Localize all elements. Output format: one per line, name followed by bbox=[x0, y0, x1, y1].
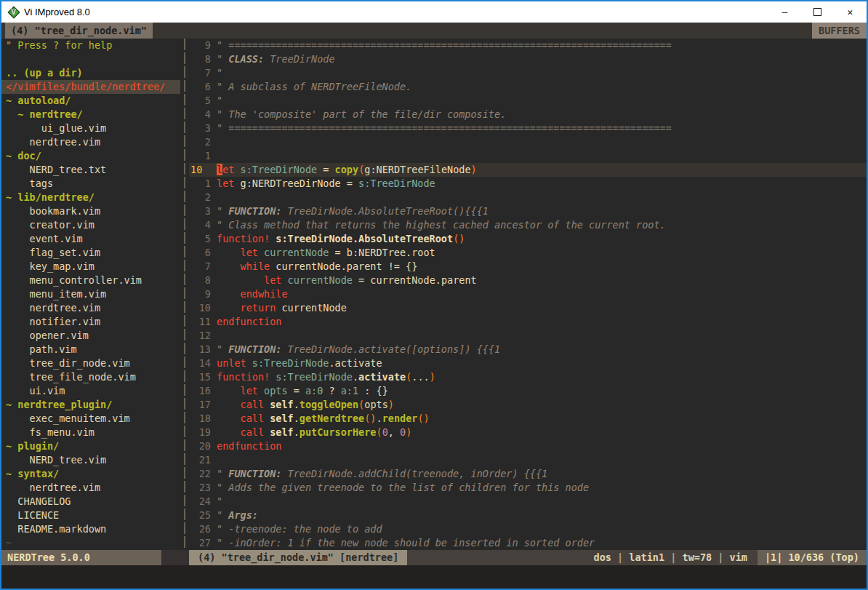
nerdtree-file[interactable]: ui.vim bbox=[1, 384, 180, 398]
code-text: " FUNCTION: TreeDirNode.addChild(treenod… bbox=[211, 467, 547, 481]
line-number: 5 bbox=[189, 94, 211, 108]
nerdtree-file[interactable]: tree_dir_node.vim bbox=[1, 356, 180, 370]
window-separator[interactable] bbox=[180, 39, 189, 550]
code-line[interactable]: 4" Class method that returns the highest… bbox=[189, 218, 867, 232]
line-number: 20 bbox=[189, 439, 211, 453]
line-number: 15 bbox=[189, 370, 211, 384]
code-text: " The 'composite' part of the file/dir c… bbox=[211, 108, 506, 121]
nerdtree-sidebar: " Press ? for help .. (up a dir)</vimfil… bbox=[1, 39, 180, 550]
buffer-statusline[interactable]: (4) "tree_dir_node.vim" [nerdtree] bbox=[189, 550, 407, 565]
code-line[interactable]: 9 endwhile bbox=[189, 287, 867, 301]
code-line[interactable]: 7 while currentNode.parent != {} bbox=[189, 260, 867, 274]
code-line[interactable]: 10 return currentNode bbox=[189, 301, 867, 315]
nerdtree-file[interactable]: flag_set.vim bbox=[1, 246, 180, 260]
code-line[interactable]: 5" bbox=[189, 94, 867, 108]
code-line[interactable]: 11endfunction bbox=[189, 315, 867, 329]
nerdtree-file[interactable]: creator.vim bbox=[1, 218, 180, 232]
file-info: dos | latin1 | tw=78 | vim bbox=[594, 550, 758, 565]
editor-pane: 9" =====================================… bbox=[189, 39, 867, 550]
code-line[interactable]: 19 call self.putCursorHere(0, 0) bbox=[189, 426, 867, 439]
maximize-button[interactable] bbox=[801, 1, 834, 23]
code-line[interactable]: 7" bbox=[189, 66, 867, 80]
nerdtree-file[interactable]: nerdtree.vim bbox=[1, 135, 180, 149]
code-line[interactable]: 1 bbox=[189, 149, 867, 163]
nerdtree-file[interactable]: README.markdown bbox=[1, 522, 180, 536]
vim-icon: V bbox=[8, 7, 19, 17]
line-number: 21 bbox=[189, 453, 211, 467]
nerdtree-file[interactable]: CHANGELOG bbox=[1, 495, 180, 509]
nerdtree-dir[interactable]: ~ lib/nerdtree/ bbox=[1, 191, 180, 204]
nerdtree-root[interactable]: </vimfiles/bundle/nerdtree/ bbox=[1, 80, 180, 94]
code-line[interactable]: 27" -inOrder: 1 if the new node should b… bbox=[189, 536, 867, 550]
main-area: " Press ? for help .. (up a dir)</vimfil… bbox=[1, 39, 867, 550]
code-line[interactable]: 6" A subclass of NERDTreeFileNode. bbox=[189, 80, 867, 94]
code-text: call self.toggleOpen(opts) bbox=[211, 398, 394, 412]
nerdtree-dir[interactable]: ~ syntax/ bbox=[1, 467, 180, 481]
code-line[interactable]: 20endfunction bbox=[189, 439, 867, 453]
code-line[interactable]: 15function! s:TreeDirNode.activate(...) bbox=[189, 370, 867, 384]
code-line[interactable]: 3" =====================================… bbox=[189, 121, 867, 135]
code-line[interactable]: 1let g:NERDTreeDirNode = s:TreeDirNode bbox=[189, 177, 867, 191]
code-line[interactable]: 22" FUNCTION: TreeDirNode.addChild(treen… bbox=[189, 467, 867, 481]
nerdtree-dir[interactable]: ~ doc/ bbox=[1, 149, 180, 163]
nerdtree-file[interactable]: NERD_tree.vim bbox=[1, 453, 180, 467]
nerdtree-file[interactable]: notifier.vim bbox=[1, 315, 180, 329]
code-line[interactable]: 18 call self.getNerdtree().render() bbox=[189, 412, 867, 426]
statusline-gap bbox=[161, 550, 189, 565]
code-line[interactable]: 17 call self.toggleOpen(opts) bbox=[189, 398, 867, 412]
nerdtree-file[interactable]: path.vim bbox=[1, 343, 180, 356]
code-line-current[interactable]: 10let s:TreeDirNode = copy(g:NERDTreeFil… bbox=[189, 163, 867, 177]
code-line[interactable]: 24" bbox=[189, 495, 867, 509]
code-line[interactable]: 2 bbox=[189, 135, 867, 149]
code-line[interactable]: 9" =====================================… bbox=[189, 39, 867, 52]
tab-tree-dir-node[interactable]: (4) "tree_dir_node.vim" bbox=[5, 23, 153, 39]
nerdtree-file[interactable]: bookmark.vim bbox=[1, 204, 180, 218]
nerdtree-file[interactable]: nerdtree.vim bbox=[1, 481, 180, 495]
tabline-fill bbox=[153, 23, 812, 39]
nerdtree-statusline[interactable]: NERDTree 5.0.0 bbox=[1, 550, 161, 565]
code-line[interactable]: 13" FUNCTION: TreeDirNode.activate([opti… bbox=[189, 343, 867, 356]
code-line[interactable]: 21 bbox=[189, 453, 867, 467]
code-line[interactable]: 6 let currentNode = b:NERDTree.root bbox=[189, 246, 867, 260]
nerdtree-dir[interactable]: ~ autoload/ bbox=[1, 94, 180, 108]
nerdtree-file[interactable]: menu_controller.vim bbox=[1, 274, 180, 287]
code-text: " ======================================… bbox=[211, 121, 672, 135]
code-line[interactable]: 4" The 'composite' part of the file/dir … bbox=[189, 108, 867, 121]
line-number: 25 bbox=[189, 509, 211, 522]
nerdtree-dir[interactable]: ~ plugin/ bbox=[1, 439, 180, 453]
code-line[interactable]: 2 bbox=[189, 191, 867, 204]
nerdtree-dir[interactable]: ~ nerdtree_plugin/ bbox=[1, 398, 180, 412]
code-line[interactable]: 14unlet s:TreeDirNode.activate bbox=[189, 356, 867, 370]
code-line[interactable]: 12 bbox=[189, 329, 867, 343]
code-line[interactable]: 26" -treenode: the node to add bbox=[189, 522, 867, 536]
line-number: 14 bbox=[189, 356, 211, 370]
nerdtree-dir[interactable]: ~ nerdtree/ bbox=[1, 108, 180, 121]
code-line[interactable]: 16 let opts = a:0 ? a:1 : {} bbox=[189, 384, 867, 398]
code-line[interactable]: 5function! s:TreeDirNode.AbsoluteTreeRoo… bbox=[189, 232, 867, 246]
nerdtree-file[interactable]: LICENCE bbox=[1, 509, 180, 522]
nerdtree-file[interactable]: opener.vim bbox=[1, 329, 180, 343]
line-number: 1 bbox=[189, 177, 211, 191]
nerdtree-file[interactable]: menu_item.vim bbox=[1, 287, 180, 301]
code-line[interactable]: 3" FUNCTION: TreeDirNode.AbsoluteTreeRoo… bbox=[189, 204, 867, 218]
line-number: 8 bbox=[189, 52, 211, 66]
code-text: " bbox=[211, 495, 222, 509]
minimize-button[interactable]: – bbox=[768, 1, 801, 23]
code-line[interactable]: 8" CLASS: TreeDirNode bbox=[189, 52, 867, 66]
nerdtree-file[interactable]: NERD_tree.txt bbox=[1, 163, 180, 177]
code-text: " FUNCTION: TreeDirNode.AbsoluteTreeRoot… bbox=[211, 204, 489, 218]
code-text: " CLASS: TreeDirNode bbox=[211, 52, 335, 66]
nerdtree-file[interactable]: ui_glue.vim bbox=[1, 121, 180, 135]
nerdtree-file[interactable]: tags bbox=[1, 177, 180, 191]
nerdtree-file[interactable]: exec_menuitem.vim bbox=[1, 412, 180, 426]
nerdtree-up-dir[interactable]: .. (up a dir) bbox=[1, 66, 180, 80]
nerdtree-file[interactable]: tree_file_node.vim bbox=[1, 370, 180, 384]
code-line[interactable]: 25" Args: bbox=[189, 509, 867, 522]
code-line[interactable]: 23" Adds the given treenode to the list … bbox=[189, 481, 867, 495]
nerdtree-file[interactable]: fs_menu.vim bbox=[1, 426, 180, 439]
nerdtree-file[interactable]: event.vim bbox=[1, 232, 180, 246]
nerdtree-file[interactable]: nerdtree.vim bbox=[1, 301, 180, 315]
close-button[interactable]: ✕ bbox=[834, 1, 867, 23]
code-line[interactable]: 8 let currentNode = currentNode.parent bbox=[189, 274, 867, 287]
nerdtree-file[interactable]: key_map.vim bbox=[1, 260, 180, 274]
